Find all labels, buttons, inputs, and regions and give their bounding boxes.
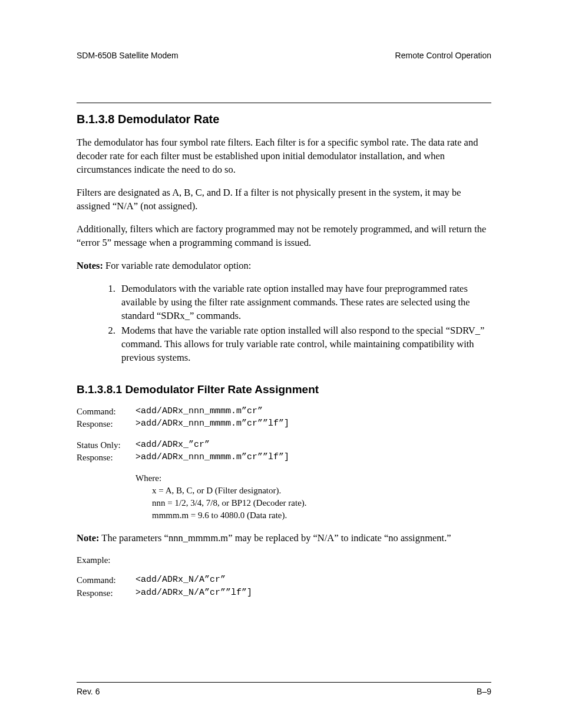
command-block: Command: <add/ADRx_nnn_mmmm.m”cr” Respon… xyxy=(77,406,294,431)
example-label: Example: xyxy=(77,554,491,566)
header-right: Remote Control Operation xyxy=(395,50,491,61)
note-label: Note: xyxy=(77,532,99,543)
section-rule xyxy=(77,103,491,103)
row-label: Command: xyxy=(77,574,135,587)
row-label: Response: xyxy=(77,452,135,464)
row-value: >add/ADRx_N/A”cr””lf”] xyxy=(135,587,257,599)
note-paragraph: Note: The parameters “nnn_mmmm.m” may be… xyxy=(77,531,491,545)
command-block: Status Only: <add/ADRx_”cr” Response: >a… xyxy=(77,439,294,465)
row-value: >add/ADRx_nnn_mmmm.m”cr””lf”] xyxy=(135,418,294,430)
running-header: SDM-650B Satellite Modem Remote Control … xyxy=(77,50,491,61)
paragraph: The demodulator has four symbol rate fil… xyxy=(77,136,491,176)
notes-list: Demodulators with the variable rate opti… xyxy=(77,282,491,365)
note-item: Demodulators with the variable rate opti… xyxy=(118,282,491,322)
row-value: <add/ADRx_nnn_mmmm.m”cr” xyxy=(135,406,294,418)
footer-rule xyxy=(77,682,491,683)
where-block: Where: x = A, B, C, or D (Filter designa… xyxy=(135,472,491,522)
page: SDM-650B Satellite Modem Remote Control … xyxy=(0,0,562,728)
paragraph: Filters are designated as A, B, C, and D… xyxy=(77,186,491,213)
note-item: Modems that have the variable rate optio… xyxy=(118,324,491,364)
subsection-heading: B.1.3.8.1 Demodulator Filter Rate Assign… xyxy=(77,382,491,397)
where-line: x = A, B, C, or D (Filter designator). xyxy=(152,485,491,497)
notes-label: Notes: xyxy=(77,260,103,271)
row-label: Response: xyxy=(77,418,135,430)
where-line: nnn = 1/2, 3/4, 7/8, or BP12 (Decoder ra… xyxy=(152,497,491,509)
row-label: Command: xyxy=(77,406,135,418)
where-title: Where: xyxy=(135,472,491,485)
header-left: SDM-650B Satellite Modem xyxy=(77,50,178,61)
section-heading: B.1.3.8 Demodulator Rate xyxy=(77,111,491,127)
row-value: <add/ADRx_N/A”cr” xyxy=(135,574,257,587)
row-value: <add/ADRx_”cr” xyxy=(135,439,294,452)
paragraph: Additionally, filters which are factory … xyxy=(77,222,491,249)
command-block: Command: <add/ADRx_N/A”cr” Response: >ad… xyxy=(77,574,257,599)
footer-left: Rev. 6 xyxy=(77,686,100,697)
where-line: mmmm.m = 9.6 to 4080.0 (Data rate). xyxy=(152,509,491,522)
row-label: Status Only: xyxy=(77,439,135,452)
row-value: >add/ADRx_nnn_mmmm.m”cr””lf”] xyxy=(135,452,294,464)
row-label: Response: xyxy=(77,587,135,599)
note-text: The parameters “nnn_mmmm.m” may be repla… xyxy=(99,532,451,543)
notes-lead-text: For variable rate demodulator option: xyxy=(103,260,252,271)
footer-right: B–9 xyxy=(477,686,491,697)
notes-lead: Notes: For variable rate demodulator opt… xyxy=(77,259,491,272)
page-footer: Rev. 6 B–9 xyxy=(77,682,491,697)
